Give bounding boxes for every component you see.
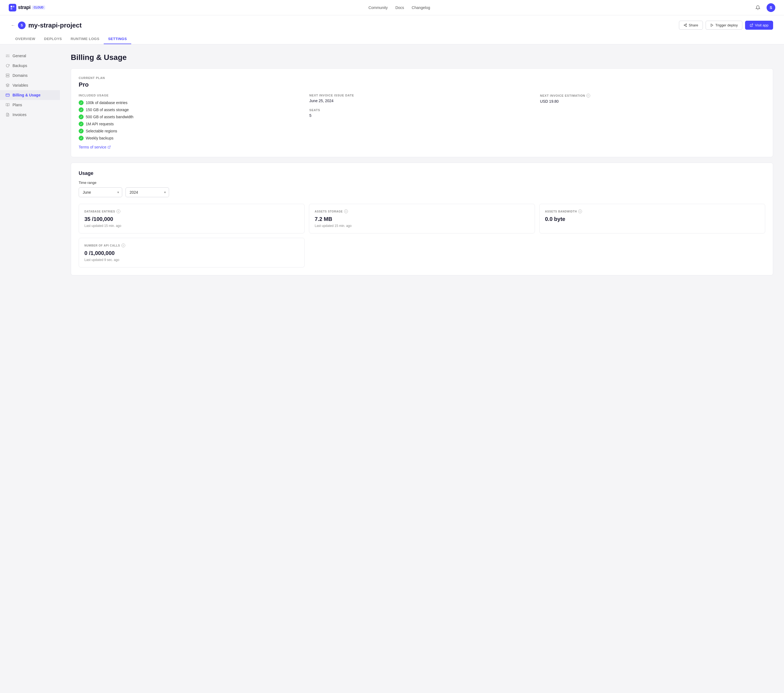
assets-bandwidth-info-icon: i <box>578 210 582 213</box>
svg-line-9 <box>751 24 753 26</box>
assets-bandwidth-label: ASSETS BANDWIDTH i <box>545 210 759 213</box>
time-range-label: Time range <box>79 181 765 185</box>
svg-rect-19 <box>6 74 9 75</box>
usage-card: Usage Time range January February March … <box>71 163 773 276</box>
estimation-value: USD 19.80 <box>540 99 765 104</box>
usage-card-assets-bandwidth: ASSETS BANDWIDTH i 0.0 byte <box>539 204 765 233</box>
plan-name: Pro <box>79 81 765 88</box>
server-icon <box>5 73 10 78</box>
terms-link[interactable]: Terms of service <box>79 145 304 149</box>
seats-value: 5 <box>309 113 534 118</box>
trigger-deploy-button[interactable]: Trigger deploy <box>706 21 743 30</box>
svg-rect-24 <box>6 94 10 96</box>
invoices-icon <box>5 112 10 117</box>
svg-point-3 <box>686 24 687 25</box>
assets-storage-info-icon: i <box>344 210 348 213</box>
back-arrow[interactable]: ← <box>11 23 15 28</box>
sidebar-item-backups[interactable]: Backups <box>0 61 60 71</box>
seats-label: SEATS <box>309 109 534 112</box>
sidebar: General Backups Domains Variables Billin… <box>0 45 60 693</box>
share-label: Share <box>689 23 698 27</box>
tab-overview[interactable]: OVERVIEW <box>11 34 40 44</box>
visit-app-button[interactable]: Visit app <box>745 21 773 30</box>
sidebar-item-plans[interactable]: Plans <box>0 100 60 110</box>
svg-line-28 <box>109 146 110 148</box>
sidebar-label-domains: Domains <box>13 73 28 78</box>
check-icon-4: ✓ <box>79 122 84 126</box>
plans-icon <box>5 103 10 107</box>
next-invoice-value: June 25, 2024 <box>309 99 534 103</box>
project-name: my-strapi-project <box>28 21 82 29</box>
sidebar-label-backups: Backups <box>13 63 27 68</box>
check-icon-3: ✓ <box>79 114 84 119</box>
api-calls-updated: Last updated 9 sec. ago <box>84 258 299 262</box>
sidebar-item-general[interactable]: General <box>0 51 60 61</box>
changelog-link[interactable]: Changelog <box>412 5 430 10</box>
tab-settings[interactable]: SETTINGS <box>104 34 131 44</box>
backup-icon <box>5 63 10 68</box>
avatar[interactable]: S <box>767 3 775 12</box>
assets-storage-label: ASSETS STORAGE i <box>315 210 529 213</box>
feature-4: ✓ 1M API requests <box>79 122 304 126</box>
usage-grid-top: DATABASE ENTRIES i 35 /100,000 Last upda… <box>79 204 765 233</box>
docs-link[interactable]: Docs <box>395 5 404 10</box>
feature-2: ✓ 150 GB of assets storage <box>79 107 304 112</box>
assets-storage-updated: Last updated 15 min. ago <box>315 224 529 228</box>
svg-marker-8 <box>711 24 713 27</box>
svg-line-6 <box>685 25 686 26</box>
check-icon-1: ✓ <box>79 100 84 105</box>
check-icon-6: ✓ <box>79 136 84 140</box>
page-title: Billing & Usage <box>71 53 773 62</box>
usage-card-assets-storage: ASSETS STORAGE i 7.2 MB Last updated 15 … <box>309 204 535 233</box>
next-invoice-section: NEXT INVOICE ISSUE DATE June 25, 2024 <box>309 94 534 103</box>
db-entries-value: 35 /100,000 <box>84 216 299 222</box>
logo-icon <box>9 4 16 12</box>
db-entries-updated: Last updated 15 min. ago <box>84 224 299 228</box>
logo-text: strapi <box>18 5 30 10</box>
project-title-left: ← S my-strapi-project <box>11 21 82 29</box>
topbar: strapi CLOUD Community Docs Changelog S <box>0 0 784 15</box>
sidebar-label-invoices: Invoices <box>13 112 26 117</box>
next-invoice-label: NEXT INVOICE ISSUE DATE <box>309 94 534 97</box>
current-plan-card: CURRENT PLAN Pro INCLUDED USAGE ✓ 100k o… <box>71 68 773 157</box>
plan-grid: INCLUDED USAGE ✓ 100k of database entrie… <box>79 94 765 149</box>
cloud-badge: CLOUD <box>32 5 45 10</box>
share-button[interactable]: Share <box>679 21 703 30</box>
usage-title: Usage <box>79 170 765 176</box>
project-title-row: ← S my-strapi-project Share Trigger depl… <box>11 15 773 34</box>
current-plan-label: CURRENT PLAN <box>79 76 765 79</box>
year-select[interactable]: 2022 2023 2024 <box>125 187 169 197</box>
sidebar-item-variables[interactable]: Variables <box>0 80 60 90</box>
sidebar-item-billing[interactable]: Billing & Usage <box>0 90 60 100</box>
main-layout: General Backups Domains Variables Billin… <box>0 45 784 693</box>
sidebar-item-domains[interactable]: Domains <box>0 71 60 80</box>
api-calls-info-icon: i <box>122 244 125 248</box>
project-actions: Share Trigger deploy Visit app <box>679 21 773 30</box>
feature-6: ✓ Weekly backups <box>79 136 304 140</box>
svg-point-4 <box>684 25 685 26</box>
tab-runtime-logs[interactable]: RUNTIME LOGS <box>66 34 104 44</box>
svg-rect-1 <box>13 6 15 7</box>
included-usage-col: INCLUDED USAGE ✓ 100k of database entrie… <box>79 94 304 149</box>
topbar-right: S <box>754 3 775 12</box>
estimation-section: NEXT INVOICE ESTIMATION i USD 19.80 <box>540 94 765 104</box>
main-content: Billing & Usage CURRENT PLAN Pro INCLUDE… <box>60 45 784 693</box>
svg-rect-20 <box>6 76 9 77</box>
sidebar-label-billing: Billing & Usage <box>13 93 41 97</box>
invoice-seats-col: NEXT INVOICE ISSUE DATE June 25, 2024 SE… <box>309 94 534 149</box>
sidebar-item-invoices[interactable]: Invoices <box>0 110 60 120</box>
community-link[interactable]: Community <box>369 5 388 10</box>
trigger-deploy-label: Trigger deploy <box>715 23 738 27</box>
svg-point-5 <box>686 26 687 27</box>
assets-storage-value: 7.2 MB <box>315 216 529 222</box>
db-entries-label: DATABASE ENTRIES i <box>84 210 299 213</box>
tab-deploys[interactable]: DEPLOYS <box>40 34 66 44</box>
month-select[interactable]: January February March April May June Ju… <box>79 187 122 197</box>
estimation-label: NEXT INVOICE ESTIMATION i <box>540 94 765 97</box>
bell-icon[interactable] <box>754 3 762 12</box>
sidebar-label-general: General <box>13 54 26 58</box>
time-range-selects: January February March April May June Ju… <box>79 187 765 197</box>
layers-icon <box>5 83 10 87</box>
svg-line-7 <box>685 25 686 25</box>
estimation-info-icon: i <box>586 94 590 97</box>
